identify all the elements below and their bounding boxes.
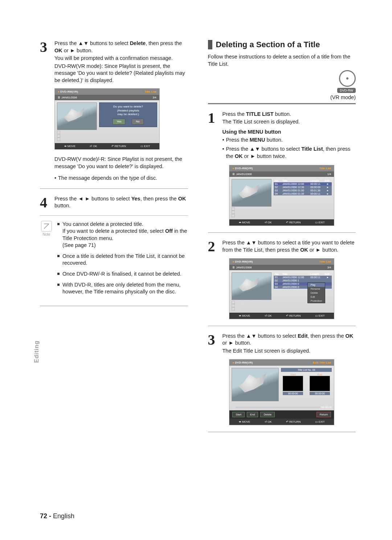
table-row[interactable]: 01JAN/01/2006 12:0000:00:11► xyxy=(274,276,332,279)
start-preview xyxy=(283,376,303,391)
section-heading: Deleting a Section of a Title xyxy=(208,40,356,49)
yes-button[interactable]: Yes xyxy=(113,119,125,125)
text: Press the xyxy=(54,40,78,46)
table-row[interactable]: 03JAN/01/2006 01:0000:01:36► xyxy=(274,189,332,192)
page-number: 72 - xyxy=(40,512,51,520)
note-item: Once DVD-RW/-R is finalised, it cannot b… xyxy=(57,271,188,278)
thumbnail xyxy=(232,272,271,300)
hint-return: RETURN xyxy=(115,145,126,148)
play-icon: ▶ xyxy=(232,406,234,409)
step-2: 2 Press the ▲▼ buttons to select a title… xyxy=(208,239,356,254)
bullet-icon xyxy=(57,273,60,275)
panel-title: Title List No. 03 xyxy=(281,368,332,372)
table-row[interactable]: 04JAN/01/2006 01:3000:00:11► xyxy=(274,192,332,195)
menu-item-protection[interactable]: Protection xyxy=(308,299,325,303)
thumbnail xyxy=(232,368,279,401)
note-label: Note xyxy=(42,232,50,236)
step-number: 3 xyxy=(208,334,219,356)
step-3-right: 3 Press the ▲▼ buttons to select Edit, t… xyxy=(208,333,356,356)
thumbnail xyxy=(232,179,271,207)
osd-edit-title-list: ● DVD-RW(VR) Edit Title List Title List … xyxy=(229,359,334,425)
step-text: Press the ◄ ► buttons to select Yes, the… xyxy=(54,195,188,210)
osd-footer: ⬌ MOVE ⏎ OK ↶ RETURN ▭ EXIT xyxy=(55,143,159,149)
end-label: End xyxy=(310,373,330,376)
note-icon xyxy=(41,221,52,232)
note-item: Once a title is deleted from the Title L… xyxy=(57,253,188,267)
hint-move: MOVE xyxy=(68,145,75,148)
page-footer: 72 - English xyxy=(40,512,74,520)
osd-title-list-context: ● DVD-RW(VR) Title List 🗓 JAN/01/2006 3/… xyxy=(229,258,334,319)
timeline: ▶ 00:00:00 xyxy=(229,406,334,410)
subheading: Using the MENU button xyxy=(222,129,356,136)
table-row[interactable]: 02JAN/01/2006 12:3000:00:09► xyxy=(274,186,332,189)
dialog-text: (Related playlists xyxy=(102,109,155,113)
heading-bar-icon xyxy=(208,40,212,49)
text: , xyxy=(146,40,147,46)
context-menu: Play Rename Delete Edit Protection xyxy=(307,283,326,303)
text: DVD-RW(VR mode): Since Playlist is prese… xyxy=(54,63,188,84)
dialog-text: may be deleted.) xyxy=(102,113,155,116)
section-tab: Editing xyxy=(33,341,40,365)
step-4: 4 Press the ◄ ► buttons to select Yes, t… xyxy=(40,195,188,210)
step-number: 2 xyxy=(208,241,219,254)
disc-label: DVD-RW xyxy=(337,88,356,93)
end-preview xyxy=(310,376,330,391)
text: Delete xyxy=(130,40,146,46)
table-row[interactable]: 02JAN/01/2006 1 xyxy=(274,279,332,282)
text: buttons to select xyxy=(89,40,130,46)
edit-start-button[interactable]: Start xyxy=(232,412,245,417)
note-item: You cannot delete a protected title. If … xyxy=(57,221,188,249)
hint-ok: OK xyxy=(93,145,97,148)
step-number: 4 xyxy=(40,197,51,210)
dialog-text: Do you want to delete? xyxy=(102,105,155,109)
table-row[interactable]: 01JAN/01/2006 12:0000:00:11► xyxy=(274,182,332,186)
osd-screen-name: Title List xyxy=(144,90,156,93)
menu-item-play[interactable]: Play xyxy=(308,283,325,287)
confirm-dialog: Do you want to delete? (Related playlist… xyxy=(99,102,157,127)
progress-bar[interactable] xyxy=(236,407,320,408)
text: OK xyxy=(54,48,62,53)
text: or xyxy=(62,48,70,53)
text: then press the xyxy=(148,40,182,46)
hint-exit: EXIT xyxy=(144,145,150,148)
disc-badge: DVD-RW xyxy=(208,70,356,93)
note-block: Note You cannot delete a protected title… xyxy=(40,221,188,299)
text: DVD-RW(V mode)/-R: Since Playlist is not… xyxy=(54,155,188,170)
thumbnail xyxy=(57,102,97,130)
bullet-icon xyxy=(57,255,60,257)
title-table: No.TitleLengthEdit 01JAN/01/2006 12:0000… xyxy=(274,179,332,195)
text: button. xyxy=(75,48,93,53)
bullet-icon xyxy=(57,284,60,286)
osd-page-indicator: 3/4 xyxy=(153,96,156,99)
intro-text: Follow these instructions to delete a se… xyxy=(208,53,356,68)
bullet-icon xyxy=(57,223,60,225)
menu-item-rename[interactable]: Rename xyxy=(308,287,325,291)
step-text: Press the ▲▼ buttons to select Delete, t… xyxy=(54,40,188,85)
edit-delete-button[interactable]: Delete xyxy=(260,412,275,417)
edit-return-button[interactable]: Return xyxy=(317,412,331,417)
step-number: 1 xyxy=(208,112,219,162)
right-column: Deleting a Section of a Title Follow the… xyxy=(208,40,356,439)
left-column: 3 Press the ▲▼ buttons to select Delete,… xyxy=(40,40,188,439)
page-language: English xyxy=(53,512,74,520)
mode-label: (VR mode) xyxy=(208,94,356,100)
meta: XP xyxy=(61,138,65,141)
menu-item-delete[interactable]: Delete xyxy=(308,291,325,295)
osd-title: DVD-RW(VR) xyxy=(60,90,78,93)
step-3: 3 Press the ▲▼ buttons to select Delete,… xyxy=(40,40,188,85)
start-time: 00:00:00 xyxy=(283,392,303,395)
meta: JAN/01/2006 01:00 PR1 xyxy=(61,131,89,134)
heading-text: Deleting a Section of a Title xyxy=(216,40,320,49)
step-1: 1 Press the TITLE LIST button. The Title… xyxy=(208,111,356,162)
osd-date: JAN/01/2006 xyxy=(61,96,77,99)
menu-item-edit[interactable]: Edit xyxy=(308,295,325,299)
bullet: The message depends on the type of disc. xyxy=(54,174,188,182)
step-number: 3 xyxy=(40,41,51,85)
note-item: With DVD-R, titles are only deleted from… xyxy=(57,281,188,296)
disc-icon xyxy=(339,70,356,87)
no-button[interactable]: No xyxy=(132,119,143,125)
total-time: 00:00:00 xyxy=(321,406,332,409)
text: You will be prompted with a confirmation… xyxy=(54,55,188,62)
osd-delete-confirm: ● DVD-RW(VR) Title List 🗓 JAN/01/2006 3/… xyxy=(54,88,160,149)
edit-end-button[interactable]: End xyxy=(247,412,258,417)
